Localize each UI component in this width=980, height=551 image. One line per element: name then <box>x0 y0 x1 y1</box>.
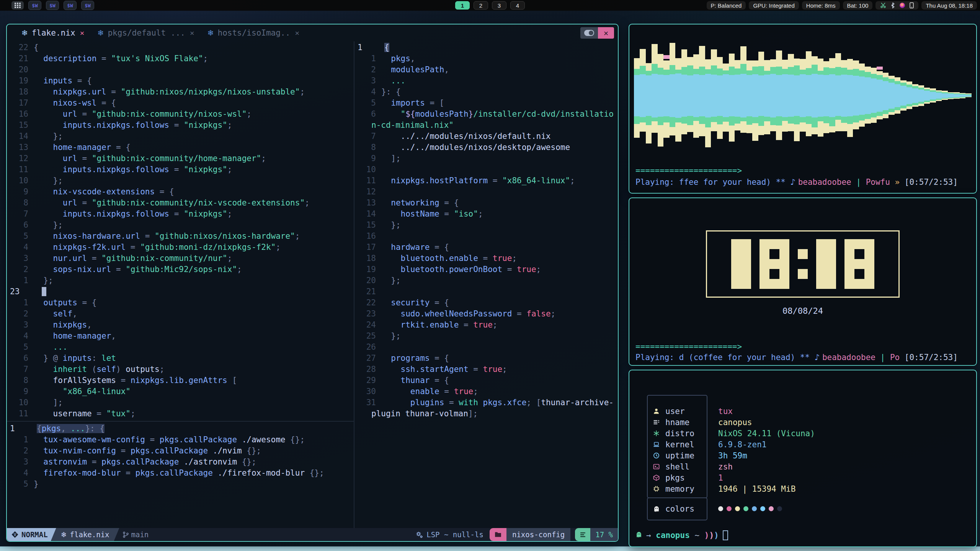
top-bar: $W$W$W$W 1234 P: BalancedGPU: Integrated… <box>0 0 980 11</box>
fetch-terminal-window[interactable]: usertuxhnamecanopusdistroNixOS 24.11 (Vi… <box>629 370 977 547</box>
pane-hosts-isoimage[interactable]: 1{1 pkgs,2 modulesPath,3 ...4}: {5 impor… <box>354 42 618 420</box>
svg-text:V: V <box>14 533 16 537</box>
progress-icon-segment <box>575 528 590 541</box>
tag-1[interactable]: 1 <box>455 1 470 10</box>
tag-2[interactable]: 2 <box>474 1 488 10</box>
tag-3[interactable]: 3 <box>492 1 506 10</box>
code-line: 10 <box>354 164 618 175</box>
clock-digit <box>844 239 874 289</box>
status-widget[interactable]: Bat: 100 <box>843 1 873 10</box>
separator-line: =====================> <box>635 342 742 351</box>
fire-icon[interactable] <box>899 2 905 8</box>
clock-widget[interactable]: Thu Aug 08, 18:18 <box>921 1 977 10</box>
code-line: 26 <box>354 342 618 353</box>
code-line: 8 ../../modules/nixos/desktop/awesome <box>354 142 618 153</box>
workspace-button[interactable]: $W <box>64 1 77 10</box>
tag-4[interactable]: 4 <box>510 1 525 10</box>
statusline-left: V NORMAL ❄ flake.nix main <box>7 528 149 541</box>
code-line: 20 }; <box>354 275 618 286</box>
toggle-button[interactable] <box>580 27 598 39</box>
nix-snowflake-icon: ❄ <box>21 28 28 37</box>
status-widgets: P: BalancedGPU: IntegratedHome: 8msBat: … <box>707 1 873 10</box>
code-line: 9 ]; <box>354 153 618 164</box>
code-line: 19 bluetooth.powerOnBoot = true; <box>354 264 618 275</box>
tab-hosts-isoImag-[interactable]: ❄hosts/isoImag..× <box>207 28 299 37</box>
fetch-row-distro: distroNixOS 24.11 (Vicuna) <box>629 428 976 439</box>
code-line: 1{pkgs, ...}: { <box>7 423 354 434</box>
tab-pkgs-default-[interactable]: ❄pkgs/default ...× <box>98 28 194 37</box>
workspace-button[interactable]: $W <box>46 1 59 10</box>
code-line: 7 inputs.nixpkgs.follows = "nixpkgs"; <box>7 209 354 220</box>
color-dot <box>777 506 782 511</box>
folder-icon <box>495 531 501 538</box>
distro-icon <box>653 430 663 437</box>
shell-prompt[interactable]: → canopus ~ ))) <box>635 530 728 540</box>
lsp-label: LSP ~ null-ls <box>426 530 483 539</box>
status-widget[interactable]: P: Balanced <box>707 1 746 10</box>
now-playing-line: Playing: ffee for your head) ** ♪ beabad… <box>635 178 958 187</box>
tabs: ❄flake.nix×❄pkgs/default ...×❄hosts/isoI… <box>21 28 299 37</box>
clock-date: 08/08/24 <box>629 306 976 316</box>
clock-terminal-window[interactable]: 08/08/24 =====================> Playing:… <box>629 197 977 366</box>
tab-flake-nix[interactable]: ❄flake.nix× <box>21 28 85 37</box>
fetch-row-uptime: uptime3h 59m <box>629 450 976 461</box>
phone-icon[interactable] <box>910 2 914 8</box>
topbar-right-group: P: BalancedGPU: IntegratedHome: 8msBat: … <box>707 1 977 10</box>
system-tray[interactable] <box>875 1 918 10</box>
separator-line: =====================> <box>635 166 742 175</box>
close-icon: ✕ <box>604 28 608 37</box>
code-line: plugin thunar-volman]; <box>354 408 618 419</box>
code-line: 11 nixpkgs.hostPlatform = "x86_64-linux"… <box>354 175 618 186</box>
code-line: 22{ <box>7 42 354 53</box>
code-line: 5} <box>7 479 354 490</box>
tab-label: flake.nix <box>32 28 75 37</box>
pane-pkgs-default[interactable]: 1{pkgs, ...}: {1 tux-awesome-wm-config =… <box>7 423 354 492</box>
code-line: 2 tux-nvim-config = pkgs.callPackage ./n… <box>7 445 354 456</box>
tab-close-icon[interactable]: × <box>80 28 85 37</box>
color-dot <box>752 506 757 511</box>
pane-flake-nix[interactable]: 22{21 description = "tux's NixOS Flake";… <box>7 42 354 420</box>
mode-label: NORMAL <box>21 530 48 539</box>
prompt-ghost-icon <box>635 531 642 540</box>
nix-snowflake-icon: ❄ <box>207 28 214 37</box>
code-line: 15 inputs.nixpkgs.follows = "nixpkgs"; <box>7 120 354 131</box>
code-line: 6 } @ inputs: let <box>7 353 354 364</box>
close-button[interactable]: ✕ <box>598 27 614 39</box>
status-widget[interactable]: GPU: Integrated <box>749 1 799 10</box>
fetch-row-user: usertux <box>629 406 976 417</box>
code-line: 15 }; <box>354 220 618 231</box>
code-line: 7 inherit (self) outputs; <box>7 364 354 375</box>
code-line: 1 tux-awesome-wm-config = pkgs.callPacka… <box>7 434 354 445</box>
user-icon <box>653 408 663 415</box>
bluetooth-icon[interactable] <box>890 2 895 8</box>
terminal-cursor <box>723 530 728 540</box>
code-line: 8 forAllSystems = nixpkgs.lib.genAttrs [ <box>7 375 354 386</box>
network-icon[interactable] <box>880 2 886 8</box>
workspace-button[interactable]: $W <box>81 1 94 10</box>
clock-digit <box>731 239 751 289</box>
mode-indicator: V NORMAL <box>7 528 57 541</box>
code-line: 4 firefox-mod-blur = pkgs.callPackage ./… <box>7 468 354 479</box>
status-widget[interactable]: Home: 8ms <box>802 1 840 10</box>
horizontal-split[interactable] <box>7 421 354 422</box>
kernel-icon <box>653 441 663 448</box>
clock-digit <box>798 239 808 289</box>
tab-close-icon[interactable]: × <box>295 28 299 37</box>
tag-list: 1234 <box>455 1 525 10</box>
color-dot <box>735 506 740 511</box>
fetch-row-hname: hnamecanopus <box>629 417 976 428</box>
code-line: 4}: { <box>354 86 618 98</box>
code-line: 1 }; <box>7 275 354 286</box>
uptime-icon <box>653 452 663 459</box>
code-line: 1 pkgs, <box>354 53 618 64</box>
code-line: 14 hostName = "iso"; <box>354 209 618 220</box>
launcher-icon[interactable] <box>11 1 24 10</box>
fetch-rows: usertuxhnamecanopusdistroNixOS 24.11 (Vi… <box>629 406 976 514</box>
color-dot <box>769 506 774 511</box>
visualizer-terminal-window[interactable]: =====================> Playing: ffee for… <box>629 24 977 194</box>
color-dot <box>743 506 748 511</box>
workspace-button[interactable]: $W <box>28 1 41 10</box>
code-line: 5 nixos-hardware.url = "github:nixos/nix… <box>7 231 354 242</box>
tab-close-icon[interactable]: × <box>190 28 194 37</box>
code-line: 21 <box>354 286 618 297</box>
